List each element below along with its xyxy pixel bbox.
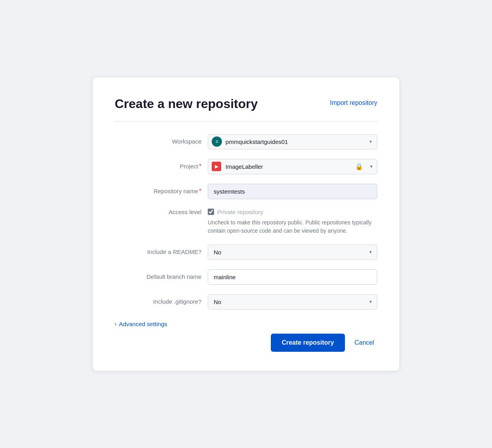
workspace-select[interactable]: pmmquickstartguides01	[208, 134, 377, 149]
gitignore-label-cell: Include .gitignore?	[115, 298, 201, 305]
repo-name-label: Repository name	[153, 188, 198, 194]
form-body: Workspace ≡ pmmquickstartguides01 ▾ Proj…	[115, 134, 377, 327]
workspace-label: Workspace	[172, 138, 201, 145]
access-level-description: Uncheck to make this repository public. …	[208, 218, 377, 235]
private-repo-checkbox-row: Private repository	[208, 209, 377, 215]
advanced-settings-row: › Advanced settings	[115, 321, 377, 327]
advanced-settings-link[interactable]: Advanced settings	[119, 321, 168, 327]
page-title: Create a new repository	[115, 96, 258, 111]
branch-name-input[interactable]	[208, 269, 377, 285]
readme-label: Include a README?	[147, 248, 201, 255]
access-level-label: Access level	[169, 209, 201, 215]
private-repo-checkbox-label: Private repository	[217, 209, 263, 215]
project-select[interactable]: ImageLabeller	[208, 159, 377, 174]
gitignore-select[interactable]: No Yes	[208, 294, 377, 310]
repo-name-required-star: *	[199, 188, 201, 194]
create-repository-modal: Create a new repository Import repositor…	[92, 77, 400, 371]
project-select-wrapper: ▶ ImageLabeller 🔒 ▾	[208, 159, 377, 174]
import-repository-link[interactable]: Import repository	[330, 96, 377, 106]
gitignore-row: Include .gitignore? No Yes ▾	[115, 294, 377, 310]
repo-name-input[interactable]	[208, 184, 377, 199]
project-input-cell: ▶ ImageLabeller 🔒 ▾	[208, 159, 377, 174]
header-divider	[115, 121, 377, 121]
branch-name-label-cell: Default branch name	[115, 273, 201, 280]
project-required-star: *	[199, 163, 201, 170]
workspace-select-wrapper: ≡ pmmquickstartguides01 ▾	[208, 134, 377, 149]
modal-header: Create a new repository Import repositor…	[115, 96, 377, 111]
action-row: Create repository Cancel	[115, 334, 377, 352]
gitignore-select-wrapper: No Yes ▾	[208, 294, 377, 310]
create-repository-button[interactable]: Create repository	[271, 334, 345, 352]
readme-select-wrapper: No Yes ▾	[208, 245, 377, 260]
repo-name-label-cell: Repository name*	[115, 188, 201, 195]
workspace-label-cell: Workspace	[115, 138, 201, 145]
repo-name-row: Repository name*	[115, 184, 377, 199]
workspace-input-cell: ≡ pmmquickstartguides01 ▾	[208, 134, 377, 149]
access-level-row: Access level Private repository Uncheck …	[115, 209, 377, 235]
project-row: Project* ▶ ImageLabeller 🔒 ▾	[115, 159, 377, 174]
access-level-input-cell: Private repository Uncheck to make this …	[208, 209, 377, 235]
project-label-cell: Project*	[115, 163, 201, 170]
advanced-settings-chevron-icon: ›	[115, 321, 117, 327]
branch-name-input-cell	[208, 269, 377, 285]
branch-name-row: Default branch name	[115, 269, 377, 285]
readme-select[interactable]: No Yes	[208, 245, 377, 260]
branch-name-label: Default branch name	[147, 273, 201, 280]
workspace-row: Workspace ≡ pmmquickstartguides01 ▾	[115, 134, 377, 149]
private-repo-checkbox[interactable]	[208, 209, 214, 215]
repo-name-input-cell	[208, 184, 377, 199]
project-label: Project	[180, 163, 198, 170]
access-level-label-cell: Access level	[115, 209, 201, 216]
cancel-button[interactable]: Cancel	[351, 334, 377, 352]
gitignore-label: Include .gitignore?	[153, 298, 201, 305]
readme-row: Include a README? No Yes ▾	[115, 245, 377, 260]
gitignore-input-cell: No Yes ▾	[208, 294, 377, 310]
readme-input-cell: No Yes ▾	[208, 245, 377, 260]
readme-label-cell: Include a README?	[115, 248, 201, 256]
